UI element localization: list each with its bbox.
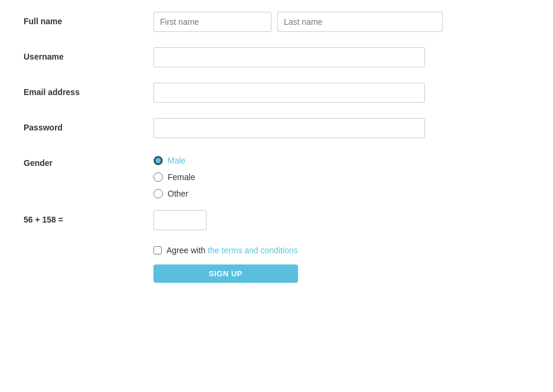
- gender-other-radio[interactable]: [153, 189, 163, 198]
- gender-female-label: Female: [168, 172, 195, 182]
- first-name-input[interactable]: [153, 12, 271, 32]
- gender-male-label: Male: [168, 156, 185, 165]
- terms-checkbox-row: Agree with the terms and conditions: [153, 246, 298, 255]
- terms-checkbox[interactable]: [153, 246, 162, 254]
- captcha-label: 56 + 158 =: [24, 210, 153, 224]
- gender-male-option[interactable]: Male: [153, 156, 195, 165]
- captcha-row: 56 + 158 =: [24, 210, 529, 234]
- last-name-input[interactable]: [277, 12, 443, 32]
- terms-link[interactable]: the terms and conditions: [208, 246, 298, 255]
- password-label: Password: [24, 118, 153, 132]
- full-name-controls: [153, 12, 529, 32]
- username-input[interactable]: [153, 47, 425, 67]
- username-label: Username: [24, 47, 153, 61]
- signup-button[interactable]: SIGN UP: [153, 264, 298, 283]
- gender-controls: Male Female Other: [153, 153, 529, 198]
- gender-other-label: Other: [168, 189, 188, 198]
- gender-female-option[interactable]: Female: [153, 172, 195, 182]
- username-controls: [153, 47, 529, 67]
- terms-spacer: [24, 246, 153, 250]
- terms-row: Agree with the terms and conditions SIGN…: [24, 246, 529, 283]
- email-controls: [153, 83, 529, 103]
- username-row: Username: [24, 47, 529, 71]
- full-name-row: Full name: [24, 12, 529, 35]
- password-controls: [153, 118, 529, 138]
- captcha-input[interactable]: [153, 210, 207, 230]
- email-row: Email address: [24, 83, 529, 106]
- email-input[interactable]: [153, 83, 425, 103]
- gender-female-radio[interactable]: [153, 172, 163, 182]
- gender-other-option[interactable]: Other: [153, 189, 195, 198]
- captcha-controls: [153, 210, 529, 230]
- terms-text: Agree with the terms and conditions: [166, 246, 298, 255]
- terms-controls: Agree with the terms and conditions SIGN…: [153, 246, 298, 283]
- gender-group: Male Female Other: [153, 153, 195, 198]
- gender-label: Gender: [24, 153, 153, 168]
- password-input[interactable]: [153, 118, 425, 138]
- registration-form: Full name Username Email address Passwor…: [0, 0, 553, 306]
- gender-row: Gender Male Female Other: [24, 153, 529, 198]
- gender-male-radio[interactable]: [153, 156, 163, 165]
- full-name-label: Full name: [24, 12, 153, 26]
- password-row: Password: [24, 118, 529, 142]
- email-label: Email address: [24, 83, 153, 97]
